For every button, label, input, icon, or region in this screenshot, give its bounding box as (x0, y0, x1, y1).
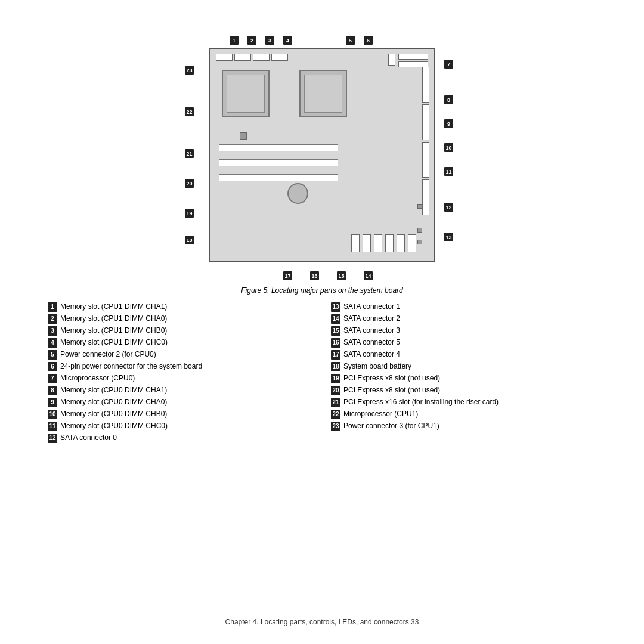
cpu0-box (299, 70, 347, 117)
legend-text: SATA connector 3 (343, 326, 400, 336)
legend: 1Memory slot (CPU1 DIMM CHA1)2Memory slo… (48, 302, 596, 445)
legend-badge: 18 (331, 362, 340, 371)
num-22: 22 (185, 107, 194, 116)
legend-item: 23Power connector 3 (for CPU1) (331, 421, 596, 431)
legend-item: 5Power connector 2 (for CPU0) (48, 349, 313, 360)
legend-text: SATA connector 4 (343, 349, 400, 360)
diagram-container: 1 2 3 4 5 6 7 8 9 10 11 12 13 17 16 15 1… (48, 30, 596, 280)
num-11: 11 (444, 167, 453, 176)
legend-text: PCI Express x8 slot (not used) (343, 373, 440, 383)
legend-badge: 11 (48, 422, 57, 431)
num-10: 10 (444, 143, 453, 152)
num-8: 8 (444, 95, 453, 104)
legend-text: Memory slot (CPU1 DIMM CHC0) (60, 338, 168, 348)
legend-badge: 23 (331, 422, 340, 431)
legend-text: System board battery (343, 361, 411, 371)
num-20: 20 (185, 179, 194, 188)
legend-item: 1Memory slot (CPU1 DIMM CHA1) (48, 302, 313, 312)
legend-text: Microprocessor (CPU1) (343, 409, 418, 419)
legend-item: 19PCI Express x8 slot (not used) (331, 373, 596, 383)
num-1: 1 (230, 36, 239, 45)
legend-badge: 9 (48, 398, 57, 407)
legend-item: 13SATA connector 1 (331, 302, 596, 312)
system-board (209, 48, 435, 262)
legend-item: 21PCI Express x16 slot (for installing t… (331, 397, 596, 407)
legend-text: Memory slot (CPU0 DIMM CHA0) (60, 397, 167, 407)
legend-right-col: 13SATA connector 114SATA connector 215SA… (331, 302, 596, 445)
legend-badge: 12 (48, 434, 57, 443)
legend-item: 20PCI Express x8 slot (not used) (331, 385, 596, 395)
num-3: 3 (265, 36, 274, 45)
legend-left-col: 1Memory slot (CPU1 DIMM CHA1)2Memory slo… (48, 302, 313, 445)
legend-item: 16SATA connector 5 (331, 338, 596, 348)
legend-item: 3Memory slot (CPU1 DIMM CHB0) (48, 326, 313, 336)
legend-badge: 20 (331, 386, 340, 395)
figure-caption: Figure 5. Locating major parts on the sy… (48, 286, 596, 295)
legend-item: 7Microprocessor (CPU0) (48, 373, 313, 383)
legend-item: 8Memory slot (CPU0 DIMM CHA1) (48, 385, 313, 395)
legend-badge: 2 (48, 314, 57, 324)
num-23: 23 (185, 66, 194, 75)
legend-badge: 14 (331, 314, 340, 324)
num-17: 17 (283, 271, 292, 280)
legend-badge: 19 (331, 374, 340, 383)
legend-text: Memory slot (CPU1 DIMM CHA0) (60, 314, 167, 324)
legend-text: PCI Express x8 slot (not used) (343, 385, 440, 395)
num-13: 13 (444, 233, 453, 242)
legend-text: Power connector 3 (for CPU1) (343, 421, 439, 431)
legend-text: Memory slot (CPU1 DIMM CHB0) (60, 326, 167, 336)
legend-text: Memory slot (CPU0 DIMM CHC0) (60, 421, 168, 431)
num-7: 7 (444, 60, 453, 69)
num-9: 9 (444, 119, 453, 128)
legend-badge: 3 (48, 326, 57, 336)
legend-badge: 22 (331, 410, 340, 419)
legend-text: SATA connector 1 (343, 302, 400, 312)
legend-text: Power connector 2 (for CPU0) (60, 349, 156, 360)
legend-badge: 10 (48, 410, 57, 419)
num-2: 2 (247, 36, 256, 45)
footer: Chapter 4. Locating parts, controls, LED… (0, 618, 644, 626)
num-16: 16 (310, 271, 319, 280)
legend-item: 4Memory slot (CPU1 DIMM CHC0) (48, 338, 313, 348)
legend-item: 9Memory slot (CPU0 DIMM CHA0) (48, 397, 313, 407)
num-19: 19 (185, 209, 194, 218)
legend-badge: 16 (331, 338, 340, 348)
legend-text: 24-pin power connector for the system bo… (60, 361, 202, 371)
diagram-wrapper: 1 2 3 4 5 6 7 8 9 10 11 12 13 17 16 15 1… (173, 30, 471, 280)
num-21: 21 (185, 149, 194, 158)
num-18: 18 (185, 236, 194, 244)
num-6: 6 (364, 36, 373, 45)
legend-item: 2Memory slot (CPU1 DIMM CHA0) (48, 314, 313, 324)
legend-item: 11Memory slot (CPU0 DIMM CHC0) (48, 421, 313, 431)
legend-item: 12SATA connector 0 (48, 433, 313, 443)
legend-text: SATA connector 5 (343, 338, 400, 348)
legend-text: PCI Express x16 slot (for installing the… (343, 397, 499, 407)
legend-item: 18System board battery (331, 361, 596, 371)
legend-text: SATA connector 0 (60, 433, 117, 443)
legend-badge: 17 (331, 350, 340, 360)
num-4: 4 (283, 36, 292, 45)
legend-text: Memory slot (CPU0 DIMM CHB0) (60, 409, 167, 419)
legend-badge: 15 (331, 326, 340, 336)
legend-item: 15SATA connector 3 (331, 326, 596, 336)
legend-text: Memory slot (CPU1 DIMM CHA1) (60, 302, 167, 312)
legend-badge: 7 (48, 374, 57, 383)
legend-badge: 21 (331, 398, 340, 407)
num-5: 5 (346, 36, 355, 45)
legend-item: 14SATA connector 2 (331, 314, 596, 324)
legend-badge: 6 (48, 362, 57, 371)
cpu1-box (222, 70, 270, 117)
legend-badge: 1 (48, 302, 57, 312)
legend-text: SATA connector 2 (343, 314, 400, 324)
num-12: 12 (444, 203, 453, 212)
legend-text: Microprocessor (CPU0) (60, 373, 135, 383)
legend-item: 17SATA connector 4 (331, 349, 596, 360)
legend-item: 10Memory slot (CPU0 DIMM CHB0) (48, 409, 313, 419)
legend-item: 624-pin power connector for the system b… (48, 361, 313, 371)
page: 1 2 3 4 5 6 7 8 9 10 11 12 13 17 16 15 1… (0, 0, 644, 644)
legend-badge: 8 (48, 386, 57, 395)
legend-badge: 13 (331, 302, 340, 312)
legend-text: Memory slot (CPU0 DIMM CHA1) (60, 385, 167, 395)
legend-badge: 5 (48, 350, 57, 360)
num-15: 15 (337, 271, 346, 280)
